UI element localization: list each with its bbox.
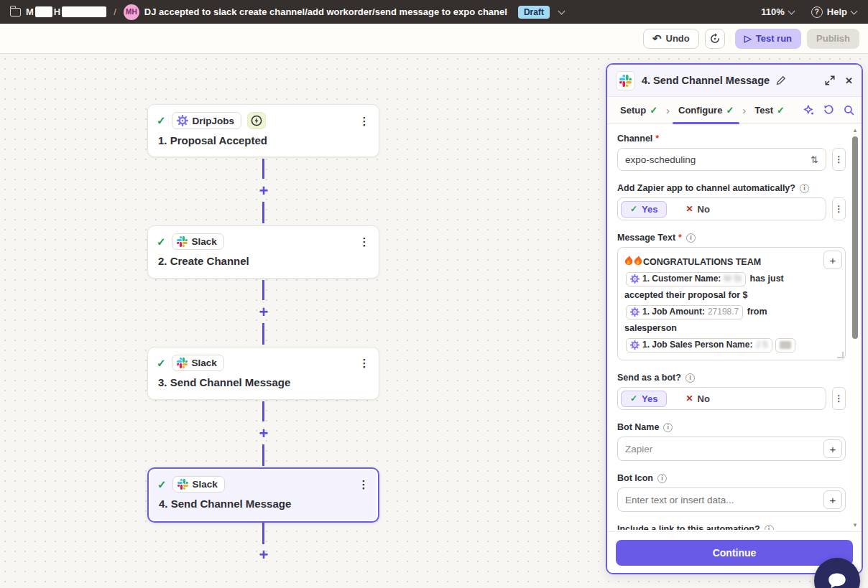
zoom-level-control[interactable]: 110% [761,6,795,17]
add-step-button[interactable]: + [253,426,274,441]
scrollbar-thumb[interactable] [852,136,858,339]
step-menu-button[interactable]: ⋮ [358,479,369,490]
top-bar: M H / MH DJ accepted to slack create cha… [0,0,868,24]
publish-button[interactable]: Publish [807,29,859,49]
info-icon[interactable]: i [657,474,667,483]
help-menu[interactable]: ? Help [811,6,858,18]
insert-data-button[interactable]: + [823,439,842,458]
add-step-button[interactable]: + [253,548,274,562]
tab-label: Test [754,105,773,116]
tab-configure[interactable]: Configure ✓ [673,97,739,123]
token-label: 1. Customer Name: [642,272,721,286]
play-icon: ▷ [744,33,752,44]
check-icon: ✓ [630,393,637,403]
status-badge-draft: Draft [518,6,550,19]
test-run-button[interactable]: ▷ Test run [735,29,801,49]
step-title: Send Channel Message [170,376,291,388]
add-step-button[interactable]: + [253,184,274,198]
mapped-field-token[interactable] [775,338,795,353]
step-menu-button[interactable]: ⋮ [359,116,370,126]
step-card-4-send-channel-message[interactable]: ✓ Slack ⋮ 4. Send Channel Message [147,467,379,523]
refresh-fields-button[interactable] [823,105,834,116]
field-bot-name: Bot Name i + [617,422,846,461]
option-no[interactable]: ✕ No [677,391,718,406]
token-label: 1. Job Amount: [642,305,705,319]
connector-line [262,401,264,421]
mapped-field-token[interactable]: 1. Job Sales Person Name:J S [626,338,772,353]
owner-first-initial: M [26,6,34,17]
field-menu-button[interactable]: ⋮ [832,197,846,220]
info-icon[interactable]: i [686,233,696,243]
version-history-button[interactable] [705,29,725,49]
tab-test[interactable]: Test ✓ [749,97,790,123]
app-pill-slack[interactable]: Slack [172,476,225,493]
add-step-button[interactable]: + [253,305,274,319]
breadcrumb-owner[interactable]: M H [26,6,106,17]
option-yes[interactable]: ✓ Yes [621,391,667,407]
step-menu-button[interactable]: ⋮ [359,236,370,247]
field-label: Bot Icon [617,473,653,483]
bot-name-input[interactable] [625,444,823,454]
history-icon [709,33,721,45]
fire-emoji-icon [634,256,643,266]
app-pill-slack[interactable]: Slack [172,355,224,371]
add-zapier-toggle: ✓ Yes ✕ No [617,197,826,220]
ai-assistant-button[interactable] [803,105,814,116]
required-asterisk: * [655,134,659,144]
chevron-down-icon[interactable] [558,7,565,14]
mapped-field-token[interactable]: 1. Job Amount:27198.7 [626,305,743,319]
close-panel-button[interactable]: ✕ [845,75,853,86]
step-card-1-proposal-accepted[interactable]: ✓ DripJobs ⋮ 1. Proposal Accepted [147,104,379,157]
field-menu-button[interactable]: ⋮ [832,148,846,171]
search-fields-button[interactable] [844,105,854,116]
undo-button[interactable]: ↶ Undo [643,29,699,49]
expand-panel-button[interactable] [825,75,835,85]
option-no[interactable]: ✕ No [677,202,718,217]
info-icon[interactable]: i [800,184,809,193]
rename-step-button[interactable] [776,75,786,85]
field-label: Include a link to this automation? [617,524,760,530]
info-icon[interactable]: i [663,423,673,432]
message-text-editor[interactable]: CONGRATULATIONS TEAM 1. Customer Name:M … [617,247,846,360]
tab-complete-check-icon: ✓ [726,105,734,116]
option-yes[interactable]: ✓ Yes [621,201,667,218]
panel-scrollbar[interactable]: ▴ ▾ [851,126,859,528]
mapped-field-token[interactable]: 1. Customer Name:M St [626,272,746,286]
token-value: M St [724,272,742,286]
folder-icon[interactable] [10,8,21,17]
resize-handle[interactable] [837,352,844,358]
token-label: 1. Job Sales Person Name: [642,338,752,353]
send-as-bot-toggle: ✓ Yes ✕ No [617,387,826,410]
insert-data-button[interactable]: + [823,490,842,509]
zap-title[interactable]: DJ accepted to slack create channel/add … [144,6,507,17]
owner-first-redaction [35,6,52,17]
field-menu-button[interactable]: ⋮ [832,387,846,410]
info-icon[interactable]: i [685,373,695,383]
bot-icon-input[interactable] [625,495,823,505]
channel-selected-value: expo-scheduling [625,154,696,165]
x-icon: ✕ [685,393,693,403]
field-label: Send as a bot? [617,373,681,383]
owner-last-initial: H [54,6,60,17]
instant-trigger-badge [247,112,266,129]
channel-select[interactable]: expo-scheduling ⇅ [617,148,826,171]
info-icon[interactable]: i [765,525,774,531]
publish-label: Publish [816,33,850,44]
avatar[interactable]: MH [124,4,139,20]
undo-icon: ↶ [652,33,662,44]
field-include-link: Include a link to this automation? i ✓ Y… [617,524,846,530]
step-card-3-send-channel-message[interactable]: ✓ Slack ⋮ 3. Send Channel Message [147,347,379,400]
app-pill-dripjobs[interactable]: DripJobs [172,112,242,129]
field-label: Message Text [617,233,675,243]
select-stepper-icon: ⇅ [811,154,818,165]
app-pill-slack[interactable]: Slack [172,233,224,250]
insert-data-button[interactable]: + [823,251,842,269]
step-menu-button[interactable]: ⋮ [359,358,370,368]
field-bot-icon: Bot Icon i + [617,473,846,512]
step-card-2-create-channel[interactable]: ✓ Slack ⋮ 2. Create Channel [147,225,379,279]
x-icon: ✕ [685,204,693,214]
scroll-down-arrow[interactable]: ▾ [851,521,859,528]
tab-setup[interactable]: Setup ✓ [614,97,663,123]
scroll-up-arrow[interactable]: ▴ [851,126,859,134]
continue-button[interactable]: Continue [616,540,853,566]
